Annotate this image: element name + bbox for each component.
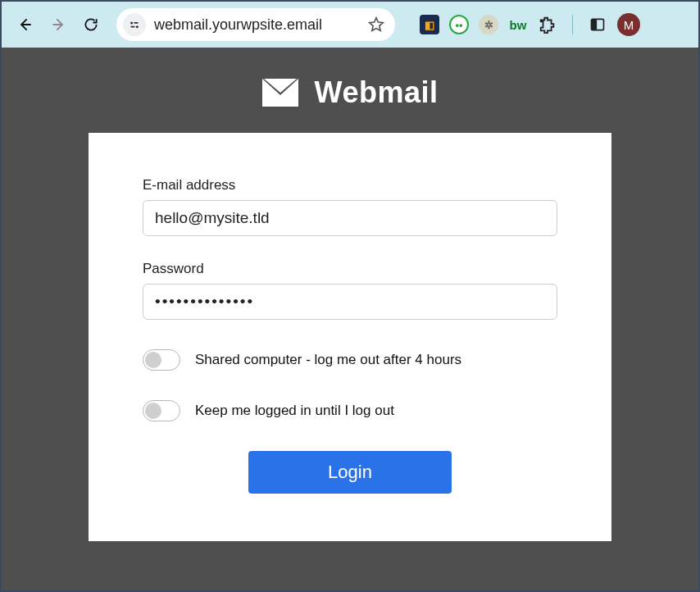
site-info-icon[interactable]: [123, 13, 146, 36]
email-label: E-mail address: [143, 177, 557, 194]
shared-computer-toggle[interactable]: [143, 349, 180, 371]
app-logo: Webmail: [262, 75, 439, 110]
app-title: Webmail: [315, 75, 439, 110]
extension-icon-3[interactable]: ✲: [479, 15, 498, 34]
reload-icon: [83, 16, 99, 33]
password-label: Password: [143, 261, 557, 277]
toggle-thumb: [145, 352, 161, 368]
arrow-left-icon: [17, 16, 34, 33]
forward-button[interactable]: [44, 11, 72, 39]
toggle-thumb: [145, 403, 161, 419]
svg-rect-3: [130, 26, 134, 28]
password-group: Password: [143, 261, 557, 320]
svg-point-0: [130, 21, 133, 24]
login-card: E-mail address Password Shared computer …: [89, 133, 611, 541]
extension-icons: ◧ •• ✲ bw M: [420, 13, 640, 36]
keep-logged-toggle[interactable]: [143, 400, 180, 421]
address-bar[interactable]: webmail.yourwpsite.email: [116, 8, 395, 41]
envelope-icon: [262, 79, 298, 107]
sidepanel-icon[interactable]: [588, 15, 607, 34]
email-input[interactable]: [143, 200, 557, 236]
profile-avatar[interactable]: M: [617, 13, 640, 36]
keep-logged-label: Keep me logged in until I log out: [195, 403, 394, 419]
svg-rect-1: [134, 22, 138, 24]
page-body: Webmail E-mail address Password Shared c…: [2, 48, 698, 590]
bookmark-star-icon[interactable]: [367, 16, 385, 34]
svg-point-2: [136, 25, 139, 28]
reload-button[interactable]: [77, 11, 105, 39]
extensions-menu-icon[interactable]: [538, 15, 557, 34]
login-button[interactable]: Login: [248, 451, 452, 494]
extension-icon-4[interactable]: bw: [508, 15, 528, 34]
email-group: E-mail address: [143, 177, 557, 236]
back-button[interactable]: [11, 11, 39, 39]
keep-logged-row: Keep me logged in until I log out: [143, 400, 557, 421]
browser-toolbar: webmail.yourwpsite.email ◧ •• ✲ bw M: [2, 2, 698, 48]
arrow-right-icon: [50, 16, 66, 33]
shared-computer-label: Shared computer - log me out after 4 hou…: [195, 352, 461, 368]
shared-computer-row: Shared computer - log me out after 4 hou…: [143, 349, 557, 371]
svg-rect-5: [592, 19, 598, 30]
extension-icon-1[interactable]: ◧: [420, 15, 439, 34]
toolbar-divider: [572, 15, 573, 34]
url-text: webmail.yourwpsite.email: [154, 16, 367, 34]
password-input[interactable]: [143, 284, 557, 320]
extension-icon-2[interactable]: ••: [449, 15, 469, 34]
